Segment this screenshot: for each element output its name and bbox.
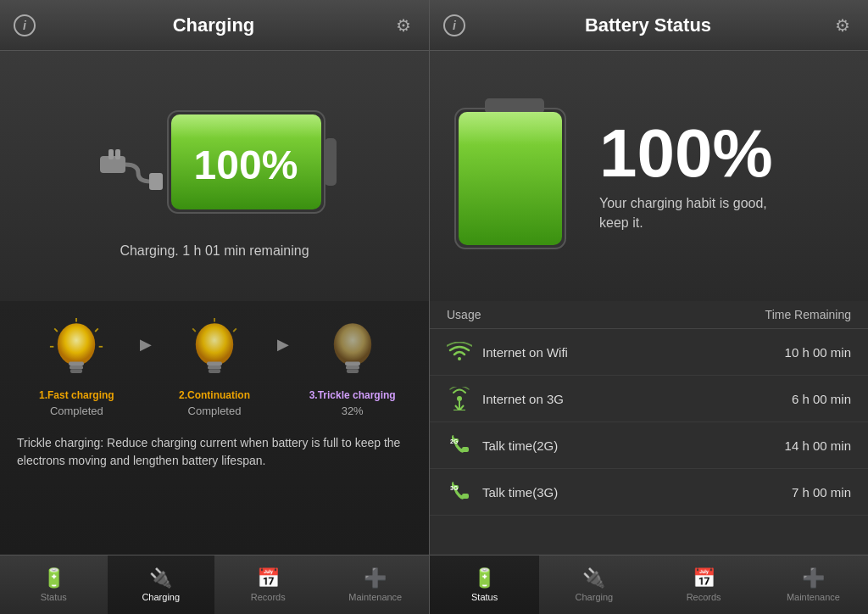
left-tab-charging[interactable]: 🔌 Charging bbox=[108, 555, 215, 614]
usage-col1-header: Usage bbox=[447, 308, 481, 321]
svg-rect-26 bbox=[345, 362, 360, 366]
right-tab-charging[interactable]: 🔌 Charging bbox=[539, 555, 648, 614]
right-panel: i Battery Status ⚙ bbox=[430, 0, 868, 614]
svg-rect-20 bbox=[208, 366, 221, 369]
svg-rect-2 bbox=[115, 149, 120, 159]
3g-phone-icon: 3G bbox=[447, 479, 472, 505]
right-tab-records-label: Records bbox=[687, 592, 721, 602]
left-tab-maintenance-icon: ➕ bbox=[364, 567, 387, 589]
left-tab-bar: 🔋 Status 🔌 Charging 📅 Records ➕ Maintena… bbox=[0, 555, 429, 614]
battery-charging-svg: 100% bbox=[92, 94, 337, 230]
svg-rect-1 bbox=[108, 149, 114, 159]
usage-3g-label: Internet on 3G bbox=[482, 392, 564, 406]
right-tab-status[interactable]: 🔋 Status bbox=[430, 555, 539, 614]
svg-rect-12 bbox=[70, 369, 82, 372]
svg-rect-19 bbox=[207, 362, 222, 366]
svg-point-9 bbox=[58, 323, 95, 366]
usage-3g-talk-time: 7 h 00 min bbox=[792, 485, 851, 500]
right-tab-maintenance-icon: ➕ bbox=[802, 567, 825, 589]
usage-section: Usage Time Remaining Internet on Wifi 10… bbox=[430, 301, 868, 555]
stage-trickle-label: 3.Trickle charging bbox=[309, 389, 396, 401]
svg-line-15 bbox=[55, 328, 58, 332]
svg-rect-27 bbox=[346, 366, 359, 369]
svg-point-33 bbox=[458, 357, 461, 360]
right-tab-status-icon: 🔋 bbox=[473, 567, 496, 589]
right-header: i Battery Status ⚙ bbox=[430, 0, 868, 51]
right-info-icon[interactable]: i bbox=[443, 14, 465, 36]
stage-trickle: 3.Trickle charging 32% bbox=[289, 318, 415, 417]
left-tab-status[interactable]: 🔋 Status bbox=[0, 555, 108, 614]
right-header-title: Battery Status bbox=[465, 14, 831, 36]
usage-header-row: Usage Time Remaining bbox=[430, 301, 868, 329]
left-tab-charging-label: Charging bbox=[142, 592, 180, 602]
battery-habit-text: Your charging habit is good, keep it. bbox=[599, 194, 786, 232]
battery-status-svg bbox=[447, 92, 582, 261]
usage-3g-talk-label: Talk time(3G) bbox=[482, 485, 558, 500]
left-tab-status-label: Status bbox=[41, 592, 67, 602]
stage-fast-label: 1.Fast charging bbox=[39, 389, 114, 401]
usage-row-3g: Internet on 3G 6 h 00 min bbox=[430, 376, 868, 422]
left-tab-records-icon: 📅 bbox=[257, 567, 280, 589]
left-header-title: Charging bbox=[36, 14, 392, 36]
stage-cont-status: Completed bbox=[188, 405, 242, 417]
left-tab-maintenance[interactable]: ➕ Maintenance bbox=[322, 555, 430, 614]
right-tab-status-label: Status bbox=[471, 592, 498, 602]
left-tab-status-icon: 🔋 bbox=[42, 567, 65, 589]
usage-col2-header: Time Remaining bbox=[765, 308, 851, 321]
svg-point-25 bbox=[333, 323, 370, 366]
usage-row-2g-talk: 2G Talk time(2G) 14 h 00 min bbox=[430, 422, 868, 469]
left-panel: i Charging ⚙ bbox=[0, 0, 430, 614]
svg-text:100%: 100% bbox=[194, 142, 298, 187]
left-tab-records-label: Records bbox=[251, 592, 286, 602]
left-gear-icon[interactable]: ⚙ bbox=[392, 14, 415, 37]
svg-rect-5 bbox=[325, 138, 337, 186]
bulb-cont-icon bbox=[185, 318, 244, 386]
svg-rect-32 bbox=[459, 112, 562, 178]
usage-row-wifi: Internet on Wifi 10 h 00 min bbox=[430, 329, 868, 376]
battery-status-top-section: 100% Your charging habit is good, keep i… bbox=[430, 51, 868, 301]
stage-trickle-status: 32% bbox=[342, 405, 364, 417]
right-tab-charging-label: Charging bbox=[576, 592, 614, 602]
charging-stages-row: 1.Fast charging Completed ▶ bbox=[14, 318, 415, 417]
usage-row-2g-talk-left: 2G Talk time(2G) bbox=[447, 433, 558, 458]
right-tab-charging-icon: 🔌 bbox=[582, 567, 605, 589]
right-tab-bar: 🔋 Status 🔌 Charging 📅 Records ➕ Maintena… bbox=[430, 555, 868, 614]
charging-top-section: 100% Charging. 1 h 01 min remaining bbox=[0, 51, 429, 301]
svg-point-34 bbox=[457, 396, 462, 401]
left-info-icon[interactable]: i bbox=[14, 14, 36, 36]
right-tab-maintenance-label: Maintenance bbox=[787, 592, 840, 602]
right-tab-maintenance[interactable]: ➕ Maintenance bbox=[759, 555, 868, 614]
usage-wifi-time: 10 h 00 min bbox=[785, 345, 851, 360]
stage-arrow-1: ▶ bbox=[140, 318, 152, 354]
left-tab-charging-icon: 🔌 bbox=[149, 567, 172, 589]
right-gear-icon[interactable]: ⚙ bbox=[831, 14, 854, 37]
usage-row-3g-talk-left: 3G Talk time(3G) bbox=[447, 479, 558, 505]
usage-row-3g-talk: 3G Talk time(3G) 7 h 00 min bbox=[430, 469, 868, 516]
charging-status-text: Charging. 1 h 01 min remaining bbox=[120, 243, 309, 259]
right-tab-records-icon: 📅 bbox=[693, 567, 715, 589]
battery-percent-display: 100% bbox=[599, 120, 773, 187]
usage-wifi-label: Internet on Wifi bbox=[482, 345, 568, 360]
svg-rect-28 bbox=[347, 369, 359, 372]
3g-icon bbox=[447, 386, 472, 411]
bulb-fast-icon bbox=[47, 318, 106, 386]
stage-fast-status: Completed bbox=[50, 405, 103, 417]
svg-text:3G: 3G bbox=[450, 485, 459, 491]
right-tab-records[interactable]: 📅 Records bbox=[649, 555, 759, 614]
usage-2g-talk-label: Talk time(2G) bbox=[482, 438, 558, 453]
stage-cont-label: 2.Continuation bbox=[179, 389, 250, 401]
svg-line-14 bbox=[96, 328, 99, 332]
usage-row-3g-left: Internet on 3G bbox=[447, 386, 564, 411]
wifi-icon bbox=[447, 339, 472, 365]
svg-text:2G: 2G bbox=[450, 438, 459, 444]
usage-2g-talk-time: 14 h 00 min bbox=[785, 438, 851, 453]
trickle-description: Trickle charging: Reduce charging curren… bbox=[14, 434, 415, 470]
left-tab-records[interactable]: 📅 Records bbox=[214, 555, 322, 614]
usage-3g-time: 6 h 00 min bbox=[792, 392, 851, 406]
svg-rect-11 bbox=[70, 366, 83, 369]
stage-fast: 1.Fast charging Completed bbox=[14, 318, 140, 417]
usage-row-wifi-left: Internet on Wifi bbox=[447, 339, 568, 365]
svg-line-24 bbox=[192, 328, 196, 332]
2g-phone-icon: 2G bbox=[447, 433, 472, 458]
svg-line-23 bbox=[233, 328, 236, 332]
